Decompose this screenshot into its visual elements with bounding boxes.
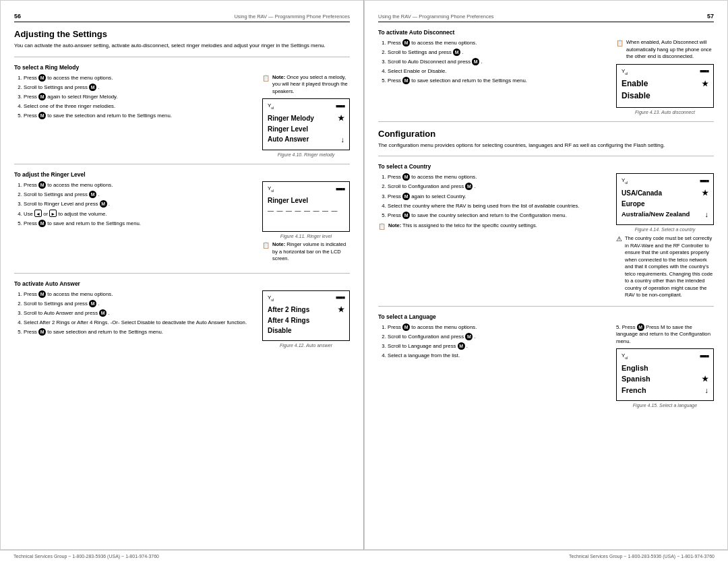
m-btn: M bbox=[99, 309, 107, 317]
subsection-country-title: To select a Country bbox=[378, 163, 714, 170]
language-step5: 5. Press M Press M to save the language … bbox=[616, 323, 714, 346]
signal-icon: Yul bbox=[268, 102, 274, 110]
ringer-level-note: 📋 Note: Ringer volume is indicated by a … bbox=[262, 241, 350, 263]
auto-answer-steps: Press M to access the menu options. Scro… bbox=[14, 290, 257, 348]
configuration-title: Configuration bbox=[378, 129, 714, 139]
country-note: 📋 Note: This is assigned to the telco fo… bbox=[378, 222, 611, 230]
country-sidebar: Yul ■■■■ USA/Canada ★ Europe Australia/N… bbox=[616, 173, 714, 299]
step: Scroll to Ringer Level and press M . bbox=[24, 200, 257, 208]
step: Press M to access the menu options. bbox=[388, 173, 611, 181]
screen-dashes: — — — — — — — — bbox=[268, 208, 344, 214]
language-screen: Yul ■■■■ English Spanish ★ French ↓ bbox=[616, 348, 714, 401]
left-btn: ◄ bbox=[34, 210, 42, 217]
m-btn: M bbox=[402, 212, 410, 219]
star-icon: ★ bbox=[702, 187, 708, 199]
step: Press M to access the menu options. bbox=[24, 181, 257, 189]
left-page: 56 Using the RAV — Programming Phone Pre… bbox=[0, 0, 364, 550]
ringer-level-ol: Press M to access the menu options. Scro… bbox=[14, 181, 257, 228]
step: Select a language from the list. bbox=[388, 352, 611, 360]
star-icon: ★ bbox=[338, 304, 344, 315]
step: Press M again to select Country. bbox=[388, 193, 611, 201]
m-btn: M bbox=[402, 39, 410, 46]
step: Select the country where the RAV is bein… bbox=[388, 202, 611, 210]
subsection-auto-answer-title: To activate Auto Answer bbox=[14, 280, 350, 287]
country-note-text: Note: This is assigned to the telco for … bbox=[388, 222, 537, 230]
screen-item-ringer-level-label: Ringer Level bbox=[268, 195, 344, 206]
left-section-title: Adjusting the Settings bbox=[14, 29, 350, 39]
signal-icon: Yul bbox=[268, 294, 274, 302]
m-btn: M bbox=[89, 300, 96, 307]
battery-icon: ■■■■ bbox=[336, 104, 344, 108]
configuration-intro: The configuration menu provides options … bbox=[378, 142, 714, 150]
screen-top-bar: Yul ■■■■ bbox=[621, 177, 708, 185]
fig-caption-auto-disconnect: Figure 4.13. Auto disconnect bbox=[616, 110, 714, 115]
screen-top-bar: Yul ■■■■ bbox=[621, 352, 708, 360]
screen-top-bar: Yul ■■■■ bbox=[268, 102, 344, 110]
footer-right: Technical Services Group ~ 1-800-283-593… bbox=[569, 554, 715, 559]
auto-answer-screen: Yul ■■■■ After 2 Rings ★ After 4 Rings D… bbox=[262, 290, 350, 341]
auto-disconnect-note: 📋 When enabled, Auto Disconnect will aut… bbox=[616, 39, 714, 61]
star-icon: ★ bbox=[338, 113, 344, 124]
battery-icon: ■■■■ bbox=[700, 69, 708, 73]
screen-item-ringer-level: Ringer Level bbox=[268, 124, 344, 134]
auto-disconnect-screen: Yul ■■■■ Enable ★ Disable bbox=[616, 64, 714, 108]
step: Scroll to Configuration and press M . bbox=[388, 183, 611, 191]
ringer-level-note-text: Note: Ringer volume is indicated by a ho… bbox=[272, 241, 350, 263]
auto-answer-content: Press M to access the menu options. Scro… bbox=[14, 290, 350, 348]
m-btn: M bbox=[38, 93, 46, 100]
step: Select After 2 Rings or After 4 Rings. -… bbox=[24, 319, 257, 327]
screen-item-usa: USA/Canada ★ bbox=[621, 187, 708, 199]
signal-icon: Yul bbox=[621, 352, 628, 360]
language-ol: Press M to access the menu options. Scro… bbox=[378, 323, 611, 360]
country-warning: ⚠ The country code must be set correctly… bbox=[616, 235, 714, 299]
right-page-title: Using the RAV — Programming Phone Prefer… bbox=[378, 13, 494, 20]
m-btn: M bbox=[465, 183, 473, 190]
ring-melody-screen: Yul ■■■■ Ringer Melody ★ Ringer Level Au… bbox=[262, 98, 350, 150]
country-warning-text: The country code must be set correctly i… bbox=[625, 235, 714, 299]
star-icon: ★ bbox=[702, 373, 708, 385]
screen-top-bar: Yul ■■■■ bbox=[621, 68, 708, 75]
step: Scroll to Auto Disconnect and press M . bbox=[388, 58, 611, 66]
step: Press M to save the selection and return… bbox=[24, 112, 257, 120]
footer-left: Technical Services Group ~ 1-800-283-593… bbox=[13, 554, 159, 559]
fig-caption-ring-melody: Figure 4.10. Ringer melody bbox=[262, 152, 350, 157]
step: Press M to access the menu options. bbox=[24, 290, 257, 299]
right-page: Using the RAV — Programming Phone Prefer… bbox=[364, 0, 728, 550]
screen-item-after2rings: After 2 Rings ★ bbox=[268, 304, 344, 315]
right-btn: ► bbox=[49, 210, 57, 217]
subsection-language-title: To select a Language bbox=[378, 313, 714, 320]
star-icon: ★ bbox=[702, 78, 708, 90]
screen-top-bar: Yul ■■■■ bbox=[268, 185, 344, 193]
ringer-level-screen: Yul ■■■■ Ringer Level — — — — — — — — bbox=[262, 181, 350, 232]
step: Scroll to Settings and press M . bbox=[24, 300, 257, 308]
note-icon: 📋 bbox=[262, 242, 270, 263]
ringer-level-content: Press M to access the menu options. Scro… bbox=[14, 181, 350, 266]
ringer-level-device: Yul ■■■■ Ringer Level — — — — — — — — Fi… bbox=[262, 181, 350, 266]
m-btn: M bbox=[38, 112, 46, 119]
arrow-down-icon: ↓ bbox=[341, 134, 345, 146]
subsection-ringer-level-title: To adjust the Ringer Level bbox=[14, 171, 350, 178]
language-sidebar: 5. Press M Press M to save the language … bbox=[616, 323, 714, 408]
ringer-level-steps: Press M to access the menu options. Scro… bbox=[14, 181, 257, 266]
ring-melody-note: 📋 Note: Once you select a melody, you wi… bbox=[262, 74, 350, 96]
left-page-title: Using the RAV — Programming Phone Prefer… bbox=[234, 13, 350, 20]
arrow-down-icon: ↓ bbox=[705, 209, 709, 220]
m-btn: M bbox=[402, 77, 410, 84]
country-steps: Press M to access the menu options. Scro… bbox=[378, 173, 611, 299]
footer: Technical Services Group ~ 1-800-283-593… bbox=[0, 550, 728, 562]
m-btn: M bbox=[402, 173, 410, 181]
left-page-number: 56 bbox=[14, 13, 21, 20]
screen-item-disable-ad: Disable bbox=[621, 90, 708, 102]
step: Press M again to select Ringer Melody. bbox=[24, 93, 257, 101]
screen-item-auto-answer: Auto Answer ↓ bbox=[268, 134, 344, 146]
m-btn: M bbox=[100, 200, 107, 208]
auto-disconnect-note-text: When enabled, Auto Disconnect will autom… bbox=[626, 39, 714, 61]
step: Press M to access the menu options. bbox=[24, 74, 257, 82]
fig-caption-language: Figure 4.15. Select a language bbox=[616, 403, 714, 408]
m-btn: M bbox=[38, 181, 46, 189]
signal-icon: Yul bbox=[621, 68, 628, 75]
m-btn: M bbox=[402, 323, 410, 331]
auto-disconnect-content: Press M to access the menu options. Scro… bbox=[378, 39, 714, 115]
step: Scroll to Settings and press M . bbox=[24, 191, 257, 199]
note-icon: 📋 bbox=[262, 75, 270, 96]
